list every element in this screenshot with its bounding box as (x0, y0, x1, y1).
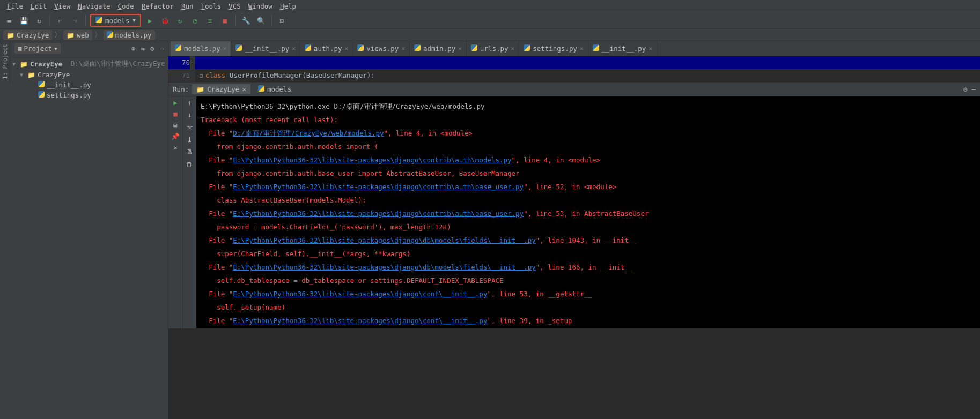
file-link[interactable]: D:/桌面/审计管理/CrazyEye/web/models.py (233, 129, 384, 137)
save-icon[interactable]: 💾 (18, 14, 30, 26)
forward-icon[interactable]: → (69, 14, 81, 26)
gutter[interactable]: 70 71 (168, 56, 195, 82)
search-icon[interactable]: 🔍 (255, 14, 267, 26)
rerun-icon[interactable]: ▶ (173, 99, 178, 107)
menu-window[interactable]: Window (245, 1, 276, 12)
structure-icon[interactable]: ⊞ (276, 14, 288, 26)
collapse-icon[interactable]: ⇆ (141, 44, 145, 53)
refresh-icon[interactable]: ↻ (33, 14, 45, 26)
close-icon[interactable]: ✕ (345, 45, 349, 52)
concurrency-icon[interactable]: ≡ (204, 14, 216, 26)
folder-icon (27, 71, 35, 79)
up-icon[interactable]: ↑ (188, 99, 192, 107)
menu-run[interactable]: Run (178, 1, 197, 12)
menu-tools[interactable]: Tools (197, 1, 225, 12)
editor-tab[interactable]: __init__.py✕ (231, 41, 300, 56)
close-icon[interactable]: ✕ (580, 45, 584, 52)
close-icon[interactable]: ✕ (242, 85, 246, 93)
breadcrumb: CrazyEye〉web〉models.py (0, 29, 980, 41)
file-link[interactable]: E:\Python\Python36-32\lib\site-packages\… (233, 236, 535, 244)
menu-vcs[interactable]: VCS (225, 1, 245, 12)
editor-tabs: models.py✕__init__.py✕auth.py✕views.py✕a… (168, 41, 980, 56)
close-icon[interactable]: ✕ (458, 45, 462, 52)
output-line: password = models.CharField(_('password'… (201, 220, 976, 234)
tree-item[interactable]: __init__.py (10, 80, 168, 90)
close-icon[interactable]: ✕ (511, 45, 515, 52)
menu-view[interactable]: View (50, 1, 74, 12)
gear-icon[interactable]: ⚙ (150, 44, 154, 53)
breadcrumb-item[interactable]: web (63, 30, 92, 40)
output-line: File "D:/桌面/审计管理/CrazyEye/web/models.py"… (201, 126, 976, 140)
run-toolbar-left: ▶ ■ ⊟ 📌 ✕ (168, 96, 182, 328)
project-tree[interactable]: ▼ CrazyEye D:\桌面\审计管理\CrazyEye ▼ CrazyEy… (10, 56, 168, 102)
file-link[interactable]: E:\Python\Python36-32\lib\site-packages\… (233, 156, 511, 164)
file-link[interactable]: E:\Python\Python36-32\lib\site-packages\… (233, 263, 535, 271)
fold-icon[interactable]: ⊟ (200, 72, 205, 79)
run-config-selector[interactable]: models ▼ (90, 14, 141, 27)
close-icon[interactable]: ✕ (401, 45, 405, 52)
chevron-down-icon: ▼ (54, 46, 57, 51)
code-line[interactable]: ⊟class UserProfileManager(BaseUserManage… (195, 69, 980, 82)
file-link[interactable]: E:\Python\Python36-32\lib\site-packages\… (233, 183, 524, 191)
menu-navigate[interactable]: Navigate (74, 1, 114, 12)
close-icon[interactable]: ✕ (292, 45, 296, 52)
file-link[interactable]: E:\Python\Python36-32\lib\site-packages\… (233, 209, 524, 218)
coverage-icon[interactable]: ↻ (174, 14, 186, 26)
menu-refactor[interactable]: Refactor (138, 1, 178, 12)
project-panel: ▦ Project ▼ ⊕ ⇆ ⚙ — ▼ CrazyEye D:\桌面\审计管… (10, 41, 168, 419)
run-config-label: models (105, 17, 129, 25)
profile-icon[interactable]: ◔ (189, 14, 201, 26)
hide-icon[interactable]: — (971, 85, 976, 93)
editor-tab[interactable]: urls.py✕ (467, 41, 519, 56)
delete-icon[interactable]: 🗑 (186, 160, 193, 168)
close-icon[interactable]: ✕ (173, 144, 178, 152)
layout-icon[interactable]: ⊟ (173, 121, 178, 129)
run-icon[interactable]: ▶ (144, 14, 156, 26)
stop-icon[interactable]: ■ (219, 14, 231, 26)
down-icon[interactable]: ↓ (188, 111, 192, 119)
editor-tab[interactable]: admin.py✕ (410, 41, 467, 56)
python-icon (258, 85, 264, 93)
output-line: super(CharField, self).__init__(*args, *… (201, 247, 976, 260)
breadcrumb-item[interactable]: models.py (104, 30, 155, 40)
chevron-down-icon: ▼ (132, 18, 135, 23)
back-icon[interactable]: ← (54, 14, 66, 26)
close-icon[interactable]: ✕ (649, 45, 652, 52)
tree-item[interactable]: settings.py (10, 90, 168, 100)
stop-icon[interactable]: ■ (173, 110, 178, 118)
editor-tab[interactable]: views.py✕ (353, 41, 410, 56)
breadcrumb-item[interactable]: CrazyEye (3, 30, 52, 40)
python-icon (235, 44, 242, 53)
close-icon[interactable]: ✕ (223, 45, 227, 52)
locate-icon[interactable]: ⊕ (131, 44, 136, 53)
open-icon[interactable]: ▬ (3, 14, 15, 26)
wrap-icon[interactable]: ⫘ (186, 123, 193, 131)
run-tab[interactable]: CrazyEye ✕ (192, 84, 250, 94)
menu-code[interactable]: Code (114, 1, 138, 12)
wrench-icon[interactable]: 🔧 (240, 14, 252, 26)
run-tab[interactable]: models (254, 84, 296, 94)
editor-tab[interactable]: auth.py✕ (300, 41, 353, 56)
editor-tab[interactable]: models.py✕ (171, 41, 231, 56)
code-line[interactable] (195, 56, 980, 69)
code-editor[interactable]: ⊟class UserProfileManager(BaseUserManage… (195, 56, 980, 82)
pin-icon[interactable]: 📌 (171, 132, 180, 140)
debug-icon[interactable]: 🐞 (159, 14, 171, 26)
output-line: self.db_tablespace = db_tablespace or se… (201, 274, 976, 287)
output-line: class AbstractBaseUser(models.Model): (201, 193, 976, 207)
tree-item[interactable]: ▼ CrazyEye D:\桌面\审计管理\CrazyEye (10, 58, 168, 70)
menu-file[interactable]: File (3, 1, 27, 12)
tree-item[interactable]: ▼ CrazyEye (10, 70, 168, 80)
hide-icon[interactable]: — (160, 44, 164, 53)
console-output[interactable]: E:\Python\Python36-32\python.exe D:/桌面/审… (196, 96, 980, 328)
file-link[interactable]: E:\Python\Python36-32\lib\site-packages\… (233, 290, 487, 298)
editor-tab[interactable]: __init__.py✕ (588, 41, 657, 56)
menu-help[interactable]: Help (276, 1, 300, 12)
project-view-selector[interactable]: ▦ Project ▼ (14, 43, 61, 54)
scroll-icon[interactable]: ⤓ (187, 136, 193, 144)
editor-tab[interactable]: settings.py✕ (519, 41, 588, 56)
menu-edit[interactable]: Edit (27, 1, 50, 12)
print-icon[interactable]: 🖶 (186, 148, 193, 156)
file-link[interactable]: E:\Python\Python36-32\lib\site-packages\… (233, 317, 487, 325)
gear-icon[interactable]: ⚙ (963, 85, 968, 93)
